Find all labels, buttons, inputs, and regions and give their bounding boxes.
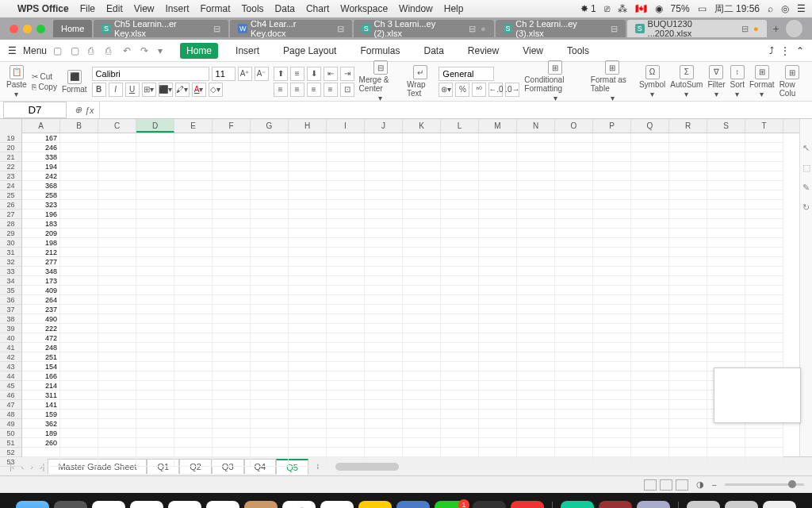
cell[interactable] <box>213 286 251 295</box>
cell[interactable] <box>365 410 403 419</box>
cell[interactable] <box>174 419 213 429</box>
cell[interactable] <box>403 295 441 305</box>
cell[interactable] <box>98 305 136 314</box>
cell[interactable] <box>327 324 365 333</box>
cell[interactable] <box>403 448 441 457</box>
cell[interactable] <box>213 229 251 238</box>
row-header[interactable]: 44 <box>0 371 21 381</box>
cell[interactable] <box>441 267 479 276</box>
cell[interactable] <box>289 400 327 410</box>
cell[interactable] <box>136 229 174 238</box>
cell[interactable] <box>669 276 707 286</box>
cell[interactable] <box>174 162 213 171</box>
cell[interactable] <box>517 429 555 438</box>
cell[interactable] <box>555 171 593 181</box>
cell[interactable] <box>441 210 479 219</box>
rtab-review[interactable]: Review <box>462 43 505 59</box>
cell[interactable] <box>745 305 783 314</box>
cell[interactable] <box>365 162 403 171</box>
cell[interactable] <box>136 295 174 305</box>
cell[interactable] <box>669 210 707 219</box>
cell[interactable] <box>365 419 403 429</box>
cell[interactable] <box>745 438 783 448</box>
cell[interactable] <box>251 438 289 448</box>
cell[interactable] <box>707 448 745 457</box>
close-icon[interactable]: ⊟ <box>337 24 344 34</box>
cells-area[interactable]: 1672463381942423682583231961832091982122… <box>22 133 799 456</box>
cell[interactable] <box>251 333 289 343</box>
cell[interactable] <box>479 343 517 352</box>
cell[interactable] <box>555 400 593 410</box>
qat-redo-icon[interactable]: ↷ <box>140 45 151 56</box>
cell[interactable] <box>441 181 479 190</box>
cell[interactable] <box>136 381 174 391</box>
dock-notes[interactable]: 📄 <box>358 501 392 508</box>
cell[interactable] <box>593 276 631 286</box>
notification-icon[interactable]: ✸ 1 <box>580 3 596 14</box>
cell[interactable] <box>289 419 327 429</box>
cell[interactable] <box>60 152 98 162</box>
cell[interactable] <box>441 190 479 200</box>
close-icon[interactable]: ⊟ <box>741 24 749 34</box>
cell[interactable] <box>98 457 136 467</box>
cell[interactable] <box>593 448 631 457</box>
cell[interactable] <box>136 391 174 400</box>
row-header[interactable]: 25 <box>0 190 21 200</box>
align-center-button[interactable]: ≡ <box>290 83 304 97</box>
cell[interactable] <box>555 410 593 419</box>
row-header[interactable]: 30 <box>0 238 21 248</box>
cell[interactable] <box>327 410 365 419</box>
dock-launchpad[interactable]: 🚀 <box>54 501 87 508</box>
cell[interactable] <box>517 448 555 457</box>
cell[interactable] <box>745 352 783 362</box>
cell[interactable] <box>327 429 365 438</box>
cell[interactable] <box>593 400 631 410</box>
format-button[interactable]: ⊞Format▾ <box>749 65 775 98</box>
menu-insert[interactable]: Insert <box>166 3 190 14</box>
cell[interactable] <box>441 152 479 162</box>
cell[interactable] <box>441 343 479 352</box>
cell[interactable] <box>327 448 365 457</box>
cell[interactable] <box>289 362 327 371</box>
qat-print-icon[interactable]: ⎙ <box>105 45 117 56</box>
cell[interactable] <box>669 333 707 343</box>
cell[interactable] <box>174 267 213 276</box>
paste-button[interactable]: 📋Paste ▾ <box>6 65 27 98</box>
cell[interactable] <box>60 429 98 438</box>
cell[interactable] <box>631 324 669 333</box>
cell[interactable] <box>403 371 441 381</box>
cell[interactable] <box>136 400 174 410</box>
cell[interactable] <box>289 190 327 200</box>
row-header[interactable]: 40 <box>0 333 21 343</box>
app-name[interactable]: WPS Office <box>17 3 69 14</box>
cell[interactable] <box>213 314 251 324</box>
cell[interactable] <box>555 352 593 362</box>
increase-decimal-button[interactable]: ←.0 <box>488 83 503 97</box>
cell[interactable] <box>517 229 555 238</box>
cell[interactable] <box>213 429 251 438</box>
cell[interactable] <box>98 229 136 238</box>
dock-chrome[interactable]: ● <box>92 501 125 508</box>
cell[interactable] <box>98 219 136 229</box>
cell[interactable] <box>213 190 251 200</box>
cell[interactable] <box>60 190 98 200</box>
cell[interactable] <box>174 333 213 343</box>
cell[interactable] <box>174 438 213 448</box>
dock-reminders[interactable]: 📝 <box>320 501 354 508</box>
row-header[interactable]: 35 <box>0 286 21 295</box>
cell[interactable] <box>365 276 403 286</box>
cell[interactable] <box>98 333 136 343</box>
cell[interactable] <box>669 362 707 371</box>
cell[interactable] <box>136 286 174 295</box>
cell[interactable] <box>441 200 479 210</box>
cell[interactable] <box>631 238 669 248</box>
cell[interactable] <box>707 248 745 257</box>
cell[interactable] <box>517 391 555 400</box>
cell[interactable] <box>251 343 289 352</box>
cell[interactable] <box>289 457 327 467</box>
cell[interactable] <box>593 210 631 219</box>
cell[interactable] <box>289 429 327 438</box>
cell[interactable]: 209 <box>22 229 60 238</box>
cell[interactable] <box>669 133 707 143</box>
cell[interactable] <box>98 381 136 391</box>
